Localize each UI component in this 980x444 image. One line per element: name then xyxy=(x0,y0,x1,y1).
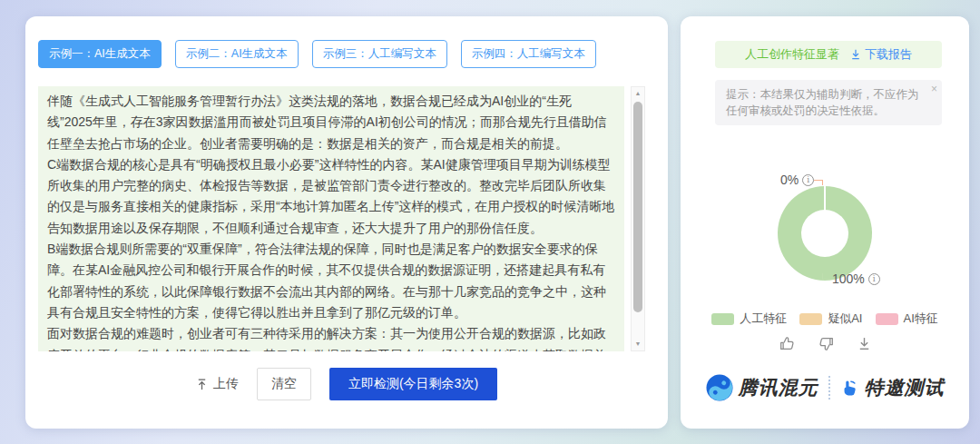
tab-example-1[interactable]: 示例一：AI生成文本 xyxy=(38,40,162,68)
legend-swatch-ai xyxy=(876,313,898,325)
callout-ai-percent: 0% i xyxy=(780,173,814,187)
human-percent-value: 100% xyxy=(832,271,865,286)
legend-item-human[interactable]: 人工特征 xyxy=(711,311,787,327)
download-icon xyxy=(850,49,861,60)
text-input-area[interactable]: 伴随《生成式人工智能服务管理暂行办法》这类法规的落地，数据合规已经成为AI创业的… xyxy=(38,86,624,351)
upload-label: 上传 xyxy=(213,376,239,392)
tab-example-3[interactable]: 示例三：人工编写文本 xyxy=(312,40,447,68)
info-icon[interactable]: i xyxy=(868,273,880,285)
input-panel: 示例一：AI生成文本 示例二：AI生成文本 示例三：人工编写文本 示例四：人工编… xyxy=(25,16,668,429)
callout-human-percent: 100% i xyxy=(832,271,880,286)
scroll-down-icon[interactable]: ▼ xyxy=(632,338,644,350)
pointing-hand-icon xyxy=(840,379,859,398)
legend-swatch-suspected xyxy=(799,313,822,325)
verdict-text: 人工创作特征显著 xyxy=(745,46,839,63)
download-report-label: 下载报告 xyxy=(865,46,912,63)
ai-percent-value: 0% xyxy=(780,173,799,187)
detect-button[interactable]: 立即检测(今日剩余3次) xyxy=(329,368,497,400)
feedback-row xyxy=(681,336,969,351)
clear-button[interactable]: 清空 xyxy=(257,368,311,400)
hunyuan-brand-text: 腾讯混元 xyxy=(739,375,818,400)
hunyuan-logo-icon xyxy=(706,374,733,401)
tab-example-4[interactable]: 示例四：人工编写文本 xyxy=(461,40,596,68)
thumbs-down-icon[interactable] xyxy=(818,336,834,351)
editor-actions: 上传 清空 立即检测(今日剩余3次) xyxy=(25,368,668,400)
campaign-brand-text: 特邀测试 xyxy=(865,375,945,400)
upload-button[interactable]: 上传 xyxy=(196,376,239,392)
text-editor: 伴随《生成式人工智能服务管理暂行办法》这类法规的落地，数据合规已经成为AI创业的… xyxy=(38,86,645,351)
callout-leader-ai xyxy=(814,180,823,185)
close-icon[interactable]: × xyxy=(931,82,937,98)
disclaimer-tip: 提示：本结果仅为辅助判断，不应作为任何审核或处罚的决定性依据。 × xyxy=(715,80,942,125)
chart-legend: 人工特征 疑似AI AI特征 xyxy=(681,311,969,327)
callout-leader-human xyxy=(822,273,830,280)
download-result-icon[interactable] xyxy=(858,337,871,350)
legend-swatch-human xyxy=(711,313,734,325)
brand-divider xyxy=(828,376,830,400)
scrollbar-thumb[interactable] xyxy=(633,102,642,312)
result-panel: 人工创作特征显著 下载报告 提示：本结果仅为辅助判断，不应作为任何审核或处罚的决… xyxy=(681,16,969,429)
upload-icon xyxy=(196,379,208,390)
example-tabs: 示例一：AI生成文本 示例二：AI生成文本 示例三：人工编写文本 示例四：人工编… xyxy=(38,40,596,68)
thumbs-up-icon[interactable] xyxy=(779,336,795,351)
hunyuan-brand: 腾讯混元 xyxy=(706,374,818,401)
scroll-up-icon[interactable]: ▲ xyxy=(632,87,644,100)
campaign-brand: 特邀测试 xyxy=(840,375,945,400)
download-report-button[interactable]: 下载报告 xyxy=(850,46,912,63)
legend-label-suspected: 疑似AI xyxy=(828,311,862,327)
verdict-banner: 人工创作特征显著 下载报告 xyxy=(715,41,942,68)
legend-label-ai: AI特征 xyxy=(904,311,938,327)
tab-example-2[interactable]: 示例二：AI生成文本 xyxy=(175,40,299,68)
editor-scrollbar[interactable]: ▲ ▼ xyxy=(631,86,645,351)
donut-chart[interactable] xyxy=(778,186,872,281)
legend-item-ai[interactable]: AI特征 xyxy=(876,311,938,327)
legend-item-suspected[interactable]: 疑似AI xyxy=(799,311,862,327)
disclaimer-text: 提示：本结果仅为辅助判断，不应作为任何审核或处罚的决定性依据。 xyxy=(726,88,919,117)
info-icon[interactable]: i xyxy=(802,174,814,186)
brand-row: 腾讯混元 特邀测试 xyxy=(681,374,969,401)
legend-label-human: 人工特征 xyxy=(740,311,787,327)
